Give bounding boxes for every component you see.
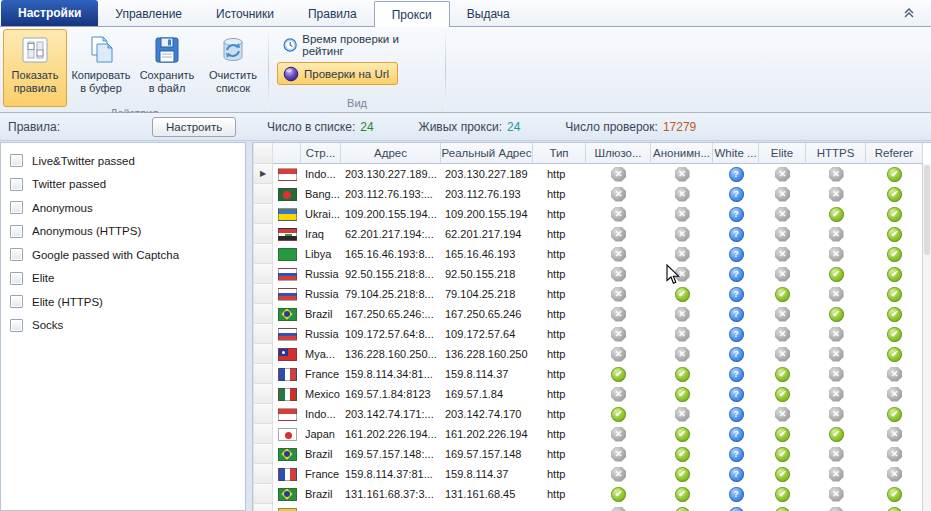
- table-row[interactable]: ✕✔?✔✕✔: [253, 504, 931, 511]
- real-address-cell: 167.250.65.246: [441, 304, 533, 324]
- sidebar-filter-item[interactable]: Anonymous: [1, 196, 245, 220]
- flag-russia-icon: [278, 328, 297, 341]
- status-cell: ✕: [586, 344, 651, 364]
- status-cell: ✕: [806, 244, 866, 264]
- sidebar-filter-item[interactable]: Google passed with Captcha: [1, 243, 245, 267]
- table-row[interactable]: Iraq62.201.217.194:...62.201.217.194http…: [253, 224, 931, 244]
- table-row[interactable]: Ukrai...109.200.155.194...109.200.155.19…: [253, 204, 931, 224]
- status-white-icon: ?: [729, 507, 744, 511]
- check-time-rating-button[interactable]: Время проверки и рейтинг: [277, 33, 437, 56]
- status-white-icon: ?: [729, 267, 744, 282]
- counter-label: Живых прокси:: [419, 120, 502, 134]
- sidebar-filter-item[interactable]: Elite (HTTPS): [1, 290, 245, 314]
- checks-on-url-button[interactable]: Проверки на Url: [277, 62, 398, 85]
- table-row[interactable]: Bang...203.112.76.193:...203.112.76.193h…: [253, 184, 931, 204]
- copy-to-clipboard-button[interactable]: Копировать в буфер: [69, 29, 133, 107]
- counter-value: 24: [507, 120, 520, 134]
- table-row[interactable]: Japan161.202.226.194...161.202.226.194ht…: [253, 424, 931, 444]
- country-cell: Indo...: [301, 404, 341, 424]
- table-row[interactable]: Libya165.16.46.193:8...165.16.46.193http…: [253, 244, 931, 264]
- table-row[interactable]: Russia79.104.25.218:8...79.104.25.218htt…: [253, 284, 931, 304]
- tab-proxy[interactable]: Прокси: [374, 1, 450, 27]
- address-cell: 167.250.65.246:...: [341, 304, 441, 324]
- column-header-gateway[interactable]: Шлюзо...: [586, 143, 651, 164]
- row-selector-cell: [253, 404, 273, 424]
- status-cell: ?: [713, 224, 759, 244]
- clear-list-button[interactable]: Очистить список: [201, 29, 265, 107]
- tab-management[interactable]: Управление: [98, 1, 199, 26]
- table-row[interactable]: France159.8.114.34:81...159.8.114.37http…: [253, 364, 931, 384]
- status-white-icon: ?: [729, 487, 744, 502]
- sidebar-filter-item[interactable]: Anonymous (HTTPS): [1, 220, 245, 244]
- save-to-file-button[interactable]: Сохранить в файл: [135, 29, 199, 107]
- counter: Число проверок:17279: [565, 120, 696, 134]
- real-address-cell: 92.50.155.218: [441, 264, 533, 284]
- flag-brazil-icon: [278, 308, 297, 321]
- row-selector-cell: [253, 204, 273, 224]
- status-cell: ✕: [759, 304, 806, 324]
- configure-rules-button[interactable]: Настроить: [152, 117, 236, 137]
- column-header-referer[interactable]: Referer: [866, 143, 923, 164]
- table-row[interactable]: France159.8.114.37:81...159.8.114.37http…: [253, 464, 931, 484]
- table-row[interactable]: ▶Indo...203.130.227.189...203.130.227.18…: [253, 164, 931, 184]
- sidebar-filter-item[interactable]: Elite: [1, 267, 245, 291]
- filter-checkbox[interactable]: [10, 295, 23, 308]
- table-row[interactable]: Mexico169.57.1.84:8123169.57.1.84http✕✔?…: [253, 384, 931, 404]
- tab-sources[interactable]: Источники: [199, 1, 291, 26]
- filter-checkbox[interactable]: [10, 201, 23, 214]
- rules-filter-list: Live&Twitter passedTwitter passedAnonymo…: [0, 142, 246, 511]
- tab-rules[interactable]: Правила: [291, 1, 374, 26]
- status-cell: ✕: [806, 324, 866, 344]
- table-row[interactable]: Russia109.172.57.64:8...109.172.57.64htt…: [253, 324, 931, 344]
- country-cell: Indo...: [301, 164, 341, 184]
- flag-iraq-icon: [278, 228, 297, 241]
- show-rules-button[interactable]: Показать правила: [3, 29, 67, 107]
- table-row[interactable]: Brazil131.161.68.37:3...131.161.68.45htt…: [253, 484, 931, 504]
- status-anonymity-icon: ✕: [675, 187, 690, 202]
- filter-checkbox[interactable]: [10, 248, 23, 261]
- filter-checkbox[interactable]: [10, 225, 23, 238]
- scrollbar-thumb[interactable]: [924, 165, 930, 255]
- table-row[interactable]: Indo...203.142.74.171:...203.142.74.170h…: [253, 404, 931, 424]
- filter-checkbox[interactable]: [10, 272, 23, 285]
- column-header-white-list[interactable]: White ...: [713, 143, 759, 164]
- status-cell: ✔: [651, 464, 713, 484]
- sidebar-filter-item[interactable]: Socks: [1, 314, 245, 338]
- real-address-cell: [441, 504, 533, 511]
- country-flag: [273, 304, 301, 324]
- status-referer-icon: ✕: [887, 467, 902, 482]
- tab-settings[interactable]: Настройки: [1, 0, 98, 26]
- status-cell: ✕: [759, 324, 806, 344]
- column-header-address[interactable]: Адрес: [341, 143, 441, 164]
- proxy-table: Стр...АдресРеальный АдресТипШлюзо...Анон…: [252, 142, 931, 511]
- filter-checkbox[interactable]: [10, 154, 23, 167]
- table-scrollbar[interactable]: [922, 164, 931, 511]
- clock-icon: [283, 37, 297, 53]
- flag-bangladesh-icon: [278, 188, 297, 201]
- filter-checkbox[interactable]: [10, 178, 23, 191]
- column-header-https[interactable]: HTTPS: [806, 143, 866, 164]
- status-cell: ✔: [586, 484, 651, 504]
- table-row[interactable]: Brazil167.250.65.246:...167.250.65.246ht…: [253, 304, 931, 324]
- filter-checkbox[interactable]: [10, 319, 23, 332]
- column-header-elite[interactable]: Elite: [759, 143, 806, 164]
- table-row[interactable]: Russia92.50.155.218:8...92.50.155.218htt…: [253, 264, 931, 284]
- status-cell: ✕: [806, 444, 866, 464]
- column-header-type[interactable]: Тип: [533, 143, 586, 164]
- table-row[interactable]: Brazil169.57.157.148:...169.57.157.148ht…: [253, 444, 931, 464]
- collapse-ribbon-button[interactable]: [901, 6, 917, 20]
- sidebar-filter-item[interactable]: Live&Twitter passed: [1, 149, 245, 173]
- status-gateway-icon: ✕: [611, 187, 626, 202]
- column-header-anonymity[interactable]: Анонимн...: [651, 143, 713, 164]
- country-cell: France: [301, 464, 341, 484]
- column-header-country[interactable]: Стр...: [301, 143, 341, 164]
- sidebar-filter-item[interactable]: Twitter passed: [1, 173, 245, 197]
- table-row[interactable]: Mya...136.228.160.250...136.228.160.250h…: [253, 344, 931, 364]
- row-selector-cell: [253, 264, 273, 284]
- status-referer-icon: ✔: [887, 407, 902, 422]
- tab-output[interactable]: Выдача: [450, 1, 527, 26]
- status-cell: ?: [713, 404, 759, 424]
- type-cell: http: [533, 384, 586, 404]
- type-cell: http: [533, 264, 586, 284]
- column-header-real-address[interactable]: Реальный Адрес: [441, 143, 533, 164]
